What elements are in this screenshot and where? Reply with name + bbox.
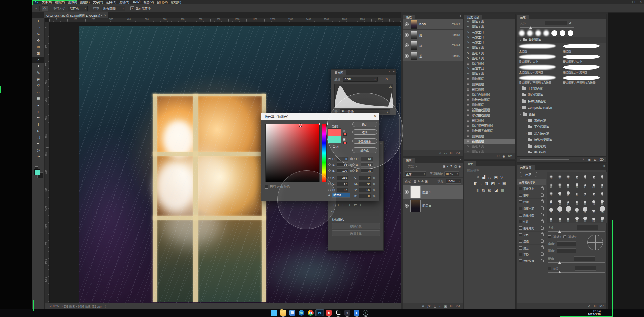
radio-button[interactable] [328, 177, 331, 179]
history-item[interactable]: ▤ 删除图层 [464, 87, 515, 92]
taskbar-clock[interactable]: 21:54 2023/3/28 [588, 309, 601, 316]
spacing-field[interactable] [575, 266, 596, 271]
tool-button[interactable]: ◎ [32, 147, 44, 153]
brush-tip[interactable]: 59 [564, 189, 572, 197]
brush-item[interactable]: 柔边圆压力不透明度和流量 [517, 75, 561, 85]
lock-icon[interactable]: ✛ [421, 180, 424, 183]
tab-history[interactable]: 历史记录 [464, 15, 482, 19]
lock-icon[interactable] [541, 253, 544, 256]
quick-action-button[interactable]: 移除背景 [332, 223, 380, 229]
history-item[interactable]: ▤ 新建色阶图层 [464, 92, 515, 97]
value-field[interactable]: 37 [361, 168, 373, 173]
tool-button[interactable]: ◒ [32, 102, 44, 108]
color-field-cursor[interactable] [299, 123, 302, 127]
brush-tip[interactable]: 33 [564, 214, 572, 222]
brush-option-row[interactable]: 颜色动态 [517, 212, 546, 218]
brush-option-row[interactable]: 纹理 [517, 199, 546, 205]
brush-size-slider[interactable] [520, 27, 574, 28]
brush-subfolder[interactable]: › 特殊效果画笔 [517, 137, 606, 143]
value-field[interactable]: 56 [359, 188, 371, 192]
brush-group-label[interactable]: 常规画笔 [529, 38, 541, 42]
panel-action-icon[interactable]: ▭ [444, 151, 447, 155]
current-color-swatch[interactable] [328, 136, 341, 143]
adjustment-icon[interactable]: ▽ [500, 175, 503, 179]
visibility-eye-icon[interactable] [405, 190, 409, 194]
channel-row[interactable]: 红 Ctrl+3 [403, 30, 463, 40]
spacing-checkbox[interactable] [548, 267, 551, 270]
lock-icon[interactable] [541, 194, 544, 197]
panel-menu-icon[interactable]: ≡ [512, 161, 514, 164]
tool-button[interactable]: ▦ [32, 95, 44, 102]
brush-tip[interactable]: 36 [547, 214, 556, 222]
panel-action-icon[interactable]: ▣ [444, 304, 447, 308]
filter-icon[interactable]: ◉ [459, 165, 461, 168]
tool-button[interactable]: ↺ [32, 82, 44, 89]
align-icon[interactable]: ⊨ [354, 203, 357, 207]
hardness-field[interactable] [574, 256, 595, 261]
document-tab[interactable]: QAQ_0677.jpg @ 52.8%(图层 1, RGB/8#) * ✕ [44, 12, 108, 18]
taskbar-slot[interactable] [334, 309, 343, 316]
adjustment-icon[interactable]: ◩ [491, 181, 495, 186]
brush-option-row[interactable]: 建立 [517, 245, 546, 251]
brush-tip[interactable]: 39 [547, 189, 556, 197]
hue-slider[interactable] [322, 124, 327, 182]
brush-folder[interactable]: › 湿介质画笔 [517, 92, 606, 98]
value-field[interactable]: 0 [337, 157, 348, 161]
roundness-field[interactable] [557, 248, 576, 253]
brush-tip[interactable]: 17 [581, 189, 589, 197]
add-to-swatches-button[interactable]: 添加到色板 [352, 138, 377, 144]
brush-subfolder[interactable]: › 素材笔刷 [517, 150, 606, 153]
brush-option-row[interactable]: 保护纹理 [517, 258, 546, 264]
adjustment-icon[interactable]: ☀ [477, 175, 480, 179]
tool-button[interactable]: ▸ [32, 127, 44, 134]
tool-button[interactable]: T [32, 121, 44, 127]
lock-icon[interactable] [541, 200, 544, 203]
brush-preset[interactable] [535, 30, 541, 36]
panel-action-icon[interactable]: ⌦ [508, 155, 512, 158]
brush-tip[interactable]: 192 [598, 206, 606, 214]
history-item[interactable]: ✎ 画笔工具 [464, 56, 515, 61]
brush-tip[interactable]: 36 [556, 214, 564, 222]
lock-icon[interactable] [541, 187, 544, 190]
radio-button[interactable] [328, 163, 331, 166]
brush-tip[interactable]: 45 [572, 180, 581, 189]
brush-tip[interactable]: 55 [598, 197, 606, 205]
brush-option-row[interactable]: 散布 [517, 192, 546, 199]
brush-option-row[interactable]: 湿边 [517, 238, 546, 245]
brush-tip[interactable]: 11 [572, 189, 581, 197]
history-item[interactable]: ▤ 删除图层 [464, 134, 515, 139]
layer-row[interactable]: 图层 1 [403, 185, 463, 199]
layer-row[interactable]: 图层 0 [403, 199, 463, 213]
tool-button[interactable]: ▭ [32, 24, 44, 31]
brush-tip[interactable]: 134 [564, 206, 572, 214]
taskbar-app-icon[interactable] [326, 310, 332, 316]
brush-folder[interactable]: ∨ 整合 [517, 111, 606, 117]
brush-item[interactable]: 柔边圆压力大小 [517, 54, 561, 64]
taskbar-app-icon[interactable] [308, 310, 314, 316]
history-item[interactable]: ▤ 新建曲线图层 [464, 107, 515, 113]
value-field[interactable]: 0 [359, 194, 371, 198]
brush-tip[interactable]: 63 [598, 214, 606, 222]
radio-button[interactable] [352, 163, 355, 166]
brush-tip[interactable]: 27 [598, 180, 606, 189]
brush-item[interactable]: 柔边圆 [517, 43, 561, 54]
option-checkbox[interactable] [519, 246, 522, 250]
taskbar-slot[interactable] [288, 309, 297, 316]
filter-icon[interactable]: ▣ [443, 165, 445, 168]
color-field[interactable] [265, 124, 320, 182]
brush-preset[interactable] [519, 30, 525, 36]
size-slider[interactable] [548, 231, 605, 232]
option-checkbox[interactable] [519, 226, 522, 230]
taskbar-slot[interactable] [324, 309, 334, 316]
tool-button[interactable]: ✒ [32, 115, 44, 121]
status-arrow-icon[interactable]: 〉 [105, 304, 108, 308]
value-field[interactable]: 100 [337, 168, 348, 173]
panel-action-icon[interactable]: ⊞ [450, 151, 453, 155]
brush-option-row[interactable]: 双重画笔 [517, 205, 546, 212]
visibility-eye-icon[interactable] [405, 43, 409, 47]
history-item[interactable]: ✎ 画笔工具 [464, 35, 515, 40]
tool-button[interactable]: ⊠ [32, 50, 44, 57]
adjustment-icon[interactable]: ◒ [480, 181, 482, 186]
panel-action-icon[interactable]: ◻ [434, 304, 436, 308]
adjustment-icon[interactable]: ▤ [502, 181, 506, 186]
